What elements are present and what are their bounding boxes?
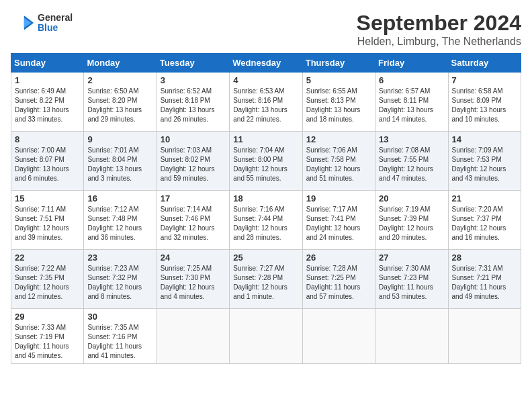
table-row	[230, 309, 302, 364]
table-row: 2Sunrise: 6:50 AMSunset: 8:20 PMDaylight…	[84, 73, 157, 132]
day-number: 10	[161, 134, 226, 144]
day-number: 24	[161, 253, 226, 263]
table-row	[302, 309, 375, 364]
table-row: 7Sunrise: 6:58 AMSunset: 8:09 PMDaylight…	[448, 73, 521, 132]
table-row: 27Sunrise: 7:30 AMSunset: 7:23 PMDayligh…	[375, 250, 448, 309]
day-info: Sunrise: 7:09 AMSunset: 7:53 PMDaylight:…	[452, 146, 517, 183]
table-row: 16Sunrise: 7:12 AMSunset: 7:48 PMDayligh…	[84, 191, 157, 250]
table-row: 17Sunrise: 7:14 AMSunset: 7:46 PMDayligh…	[157, 191, 229, 250]
col-tuesday: Tuesday	[157, 54, 229, 73]
table-row: 25Sunrise: 7:27 AMSunset: 7:28 PMDayligh…	[230, 250, 302, 309]
day-info: Sunrise: 6:49 AMSunset: 8:22 PMDaylight:…	[15, 87, 80, 124]
day-info: Sunrise: 7:11 AMSunset: 7:51 PMDaylight:…	[15, 205, 80, 242]
table-row: 23Sunrise: 7:23 AMSunset: 7:32 PMDayligh…	[84, 250, 157, 309]
day-number: 1	[15, 75, 80, 85]
col-sunday: Sunday	[11, 54, 84, 73]
table-row: 28Sunrise: 7:31 AMSunset: 7:21 PMDayligh…	[448, 250, 521, 309]
col-saturday: Saturday	[448, 54, 521, 73]
table-row: 18Sunrise: 7:16 AMSunset: 7:44 PMDayligh…	[230, 191, 302, 250]
calendar-header-row: Sunday Monday Tuesday Wednesday Thursday…	[11, 54, 521, 73]
day-number: 13	[379, 134, 444, 144]
table-row: 5Sunrise: 6:55 AMSunset: 8:13 PMDaylight…	[302, 73, 375, 132]
day-number: 29	[15, 312, 80, 322]
day-info: Sunrise: 7:03 AMSunset: 8:02 PMDaylight:…	[161, 146, 226, 183]
title-block: September 2024 Helden, Limburg, The Neth…	[357, 11, 521, 48]
day-info: Sunrise: 7:17 AMSunset: 7:41 PMDaylight:…	[306, 205, 371, 242]
day-number: 28	[452, 253, 517, 263]
day-number: 12	[306, 134, 371, 144]
day-info: Sunrise: 6:50 AMSunset: 8:20 PMDaylight:…	[87, 87, 152, 124]
table-row	[375, 309, 448, 364]
logo: General Blue	[11, 11, 73, 35]
day-number: 16	[87, 193, 152, 203]
day-info: Sunrise: 6:58 AMSunset: 8:09 PMDaylight:…	[452, 87, 517, 124]
day-info: Sunrise: 7:08 AMSunset: 7:55 PMDaylight:…	[379, 146, 444, 183]
day-info: Sunrise: 7:25 AMSunset: 7:30 PMDaylight:…	[161, 264, 226, 302]
logo-text: General Blue	[38, 13, 73, 34]
table-row: 19Sunrise: 7:17 AMSunset: 7:41 PMDayligh…	[302, 191, 375, 250]
day-number: 9	[87, 134, 152, 144]
day-info: Sunrise: 7:06 AMSunset: 7:58 PMDaylight:…	[306, 146, 371, 183]
day-info: Sunrise: 7:01 AMSunset: 8:04 PMDaylight:…	[87, 146, 152, 183]
table-row: 10Sunrise: 7:03 AMSunset: 8:02 PMDayligh…	[157, 132, 229, 191]
logo-icon	[11, 11, 35, 35]
table-row: 20Sunrise: 7:19 AMSunset: 7:39 PMDayligh…	[375, 191, 448, 250]
day-number: 23	[87, 253, 152, 263]
table-row: 8Sunrise: 7:00 AMSunset: 8:07 PMDaylight…	[11, 132, 84, 191]
day-info: Sunrise: 7:33 AMSunset: 7:19 PMDaylight:…	[15, 323, 80, 361]
calendar-table: Sunday Monday Tuesday Wednesday Thursday…	[11, 53, 521, 364]
page-header: General Blue September 2024 Helden, Limb…	[11, 11, 521, 48]
day-number: 5	[306, 75, 371, 85]
day-info: Sunrise: 7:12 AMSunset: 7:48 PMDaylight:…	[87, 205, 152, 242]
table-row: 30Sunrise: 7:35 AMSunset: 7:16 PMDayligh…	[84, 309, 157, 364]
day-number: 3	[161, 75, 226, 85]
day-info: Sunrise: 6:52 AMSunset: 8:18 PMDaylight:…	[161, 87, 226, 124]
day-info: Sunrise: 7:19 AMSunset: 7:39 PMDaylight:…	[379, 205, 444, 242]
table-row	[448, 309, 521, 364]
day-info: Sunrise: 6:57 AMSunset: 8:11 PMDaylight:…	[379, 87, 444, 124]
table-row: 22Sunrise: 7:22 AMSunset: 7:35 PMDayligh…	[11, 250, 84, 309]
day-info: Sunrise: 7:00 AMSunset: 8:07 PMDaylight:…	[15, 146, 80, 183]
table-row: 24Sunrise: 7:25 AMSunset: 7:30 PMDayligh…	[157, 250, 229, 309]
day-info: Sunrise: 6:53 AMSunset: 8:16 PMDaylight:…	[233, 87, 298, 124]
day-number: 6	[379, 75, 444, 85]
day-number: 27	[379, 253, 444, 263]
day-info: Sunrise: 7:23 AMSunset: 7:32 PMDaylight:…	[87, 264, 152, 302]
table-row	[157, 309, 229, 364]
location-title: Helden, Limburg, The Netherlands	[357, 36, 521, 48]
logo-general: General	[38, 13, 73, 23]
day-number: 11	[233, 134, 298, 144]
day-number: 22	[15, 253, 80, 263]
day-number: 26	[306, 253, 371, 263]
day-number: 25	[233, 253, 298, 263]
day-number: 7	[452, 75, 517, 85]
month-title: September 2024	[357, 11, 521, 36]
table-row: 15Sunrise: 7:11 AMSunset: 7:51 PMDayligh…	[11, 191, 84, 250]
col-monday: Monday	[84, 54, 157, 73]
col-wednesday: Wednesday	[230, 54, 302, 73]
table-row: 11Sunrise: 7:04 AMSunset: 8:00 PMDayligh…	[230, 132, 302, 191]
day-info: Sunrise: 7:28 AMSunset: 7:25 PMDaylight:…	[306, 264, 371, 302]
col-friday: Friday	[375, 54, 448, 73]
day-number: 17	[161, 193, 226, 203]
day-info: Sunrise: 7:22 AMSunset: 7:35 PMDaylight:…	[15, 264, 80, 302]
day-info: Sunrise: 7:20 AMSunset: 7:37 PMDaylight:…	[452, 205, 517, 242]
table-row: 26Sunrise: 7:28 AMSunset: 7:25 PMDayligh…	[302, 250, 375, 309]
day-number: 18	[233, 193, 298, 203]
day-number: 8	[15, 134, 80, 144]
day-info: Sunrise: 7:04 AMSunset: 8:00 PMDaylight:…	[233, 146, 298, 183]
table-row: 6Sunrise: 6:57 AMSunset: 8:11 PMDaylight…	[375, 73, 448, 132]
day-number: 2	[87, 75, 152, 85]
day-number: 30	[87, 312, 152, 322]
day-info: Sunrise: 7:31 AMSunset: 7:21 PMDaylight:…	[452, 264, 517, 302]
day-number: 21	[452, 193, 517, 203]
table-row: 12Sunrise: 7:06 AMSunset: 7:58 PMDayligh…	[302, 132, 375, 191]
day-info: Sunrise: 7:14 AMSunset: 7:46 PMDaylight:…	[161, 205, 226, 242]
day-info: Sunrise: 7:16 AMSunset: 7:44 PMDaylight:…	[233, 205, 298, 242]
table-row: 1Sunrise: 6:49 AMSunset: 8:22 PMDaylight…	[11, 73, 84, 132]
table-row: 4Sunrise: 6:53 AMSunset: 8:16 PMDaylight…	[230, 73, 302, 132]
day-number: 20	[379, 193, 444, 203]
table-row: 3Sunrise: 6:52 AMSunset: 8:18 PMDaylight…	[157, 73, 229, 132]
col-thursday: Thursday	[302, 54, 375, 73]
day-number: 4	[233, 75, 298, 85]
